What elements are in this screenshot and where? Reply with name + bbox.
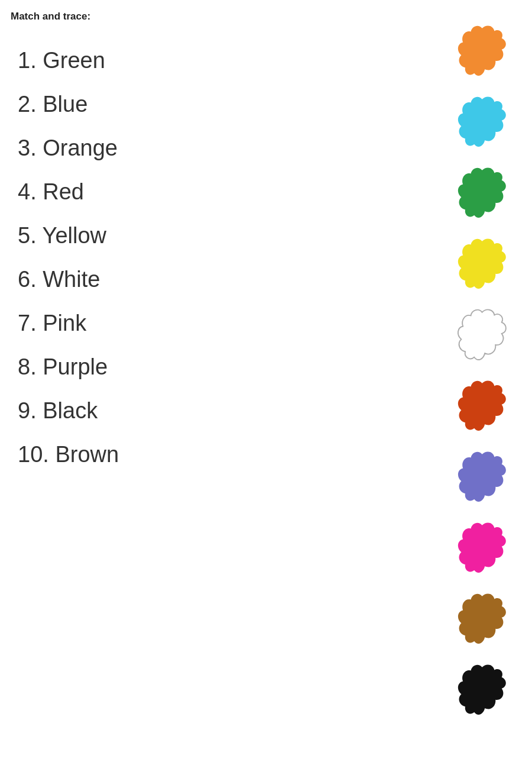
color-item-8: 8. Purple bbox=[18, 345, 119, 389]
blob-2 bbox=[449, 89, 514, 160]
blob-5 bbox=[449, 302, 514, 373]
color-item-4: 4. Red bbox=[18, 170, 119, 214]
blobs-column bbox=[449, 18, 514, 728]
blob-8 bbox=[449, 515, 514, 586]
blob-4 bbox=[449, 231, 514, 302]
color-item-7: 7. Pink bbox=[18, 301, 119, 345]
blob-9 bbox=[449, 586, 514, 657]
instruction-label: Match and trace: bbox=[11, 11, 90, 22]
color-item-1: 1. Green bbox=[18, 38, 119, 82]
blob-10 bbox=[449, 657, 514, 728]
color-list: 1. Green2. Blue3. Orange4. Red5. Yellow6… bbox=[18, 38, 119, 476]
color-item-2: 2. Blue bbox=[18, 82, 119, 126]
color-item-10: 10. Brown bbox=[18, 432, 119, 476]
blob-1 bbox=[449, 18, 514, 89]
blob-6 bbox=[449, 373, 514, 444]
color-item-3: 3. Orange bbox=[18, 126, 119, 170]
blob-7 bbox=[449, 444, 514, 515]
color-item-6: 6. White bbox=[18, 257, 119, 301]
blob-3 bbox=[449, 160, 514, 231]
color-item-5: 5. Yellow bbox=[18, 214, 119, 257]
color-item-9: 9. Black bbox=[18, 389, 119, 432]
